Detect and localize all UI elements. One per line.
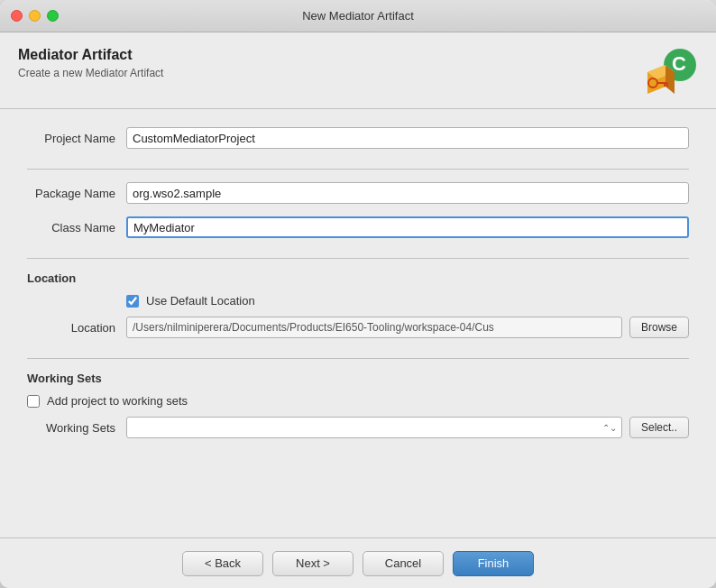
add-working-sets-checkbox[interactable] — [27, 395, 40, 408]
project-name-label: Project Name — [27, 132, 126, 145]
project-name-row: Project Name — [27, 127, 689, 149]
add-working-sets-label[interactable]: Add project to working sets — [47, 394, 188, 408]
artifact-title: Mediator Artifact — [18, 47, 163, 63]
close-button[interactable] — [11, 10, 23, 22]
logo-area: C — [640, 47, 698, 97]
artifact-subtitle: Create a new Mediator Artifact — [18, 67, 163, 79]
select-button[interactable]: Select.. — [629, 417, 689, 438]
add-working-sets-row: Add project to working sets — [27, 394, 689, 408]
window-controls — [11, 10, 59, 22]
titlebar: New Mediator Artifact — [0, 0, 716, 32]
package-name-label: Package Name — [27, 187, 126, 200]
next-button[interactable]: Next > — [272, 551, 353, 576]
cancel-button[interactable]: Cancel — [363, 551, 444, 576]
separator-2 — [27, 258, 689, 259]
dialog-footer: < Back Next > Cancel Finish — [0, 537, 716, 588]
working-sets-label: Working Sets — [27, 421, 126, 435]
header-text-block: Mediator Artifact Create a new Mediator … — [18, 47, 163, 79]
separator-3 — [27, 358, 689, 359]
working-sets-dropdown[interactable] — [126, 417, 622, 438]
content-area: Mediator Artifact Create a new Mediator … — [0, 32, 716, 588]
working-sets-dropdown-wrapper: ⌃⌄ — [126, 417, 622, 438]
package-name-row: Package Name — [27, 182, 689, 204]
location-label: Location — [27, 321, 126, 335]
wso2-logo-icon: C — [640, 47, 698, 97]
working-sets-row: Working Sets ⌃⌄ Select.. — [27, 417, 689, 438]
maximize-button[interactable] — [47, 10, 59, 22]
separator-1 — [27, 169, 689, 170]
use-default-location-checkbox[interactable] — [126, 295, 139, 308]
form-area: Project Name Package Name Class Name Loc… — [0, 109, 716, 537]
back-button[interactable]: < Back — [182, 551, 263, 576]
dialog-window: New Mediator Artifact Mediator Artifact … — [0, 0, 716, 588]
location-input[interactable] — [126, 317, 622, 338]
window-title: New Mediator Artifact — [302, 9, 414, 23]
working-sets-section-header: Working Sets — [27, 372, 689, 385]
location-row: Location Browse — [27, 317, 689, 338]
package-name-input[interactable] — [126, 182, 689, 204]
finish-button[interactable]: Finish — [453, 551, 534, 576]
header-section: Mediator Artifact Create a new Mediator … — [0, 32, 716, 109]
use-default-location-label[interactable]: Use Default Location — [146, 294, 255, 308]
use-default-location-row: Use Default Location — [27, 294, 689, 308]
class-name-label: Class Name — [27, 221, 126, 234]
project-name-input[interactable] — [126, 127, 689, 149]
class-name-input[interactable] — [126, 216, 689, 238]
minimize-button[interactable] — [29, 10, 41, 22]
svg-text:C: C — [672, 52, 686, 75]
class-name-row: Class Name — [27, 216, 689, 238]
location-section-header: Location — [27, 271, 689, 285]
browse-button[interactable]: Browse — [629, 317, 689, 338]
